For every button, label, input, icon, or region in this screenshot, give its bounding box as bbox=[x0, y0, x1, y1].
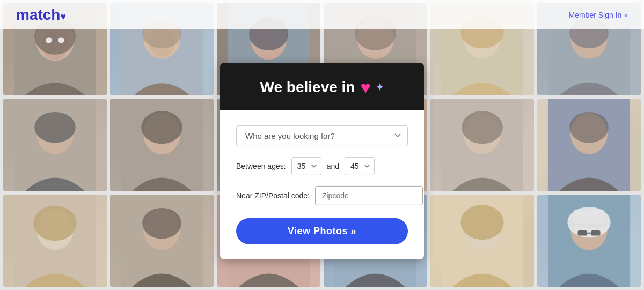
photo-cell bbox=[110, 99, 214, 191]
age-min-select[interactable]: 35 18 21 25 30 40 45 50 55 60 bbox=[291, 157, 321, 175]
banner-heart-icon: ♥ bbox=[360, 77, 370, 97]
age-label: Between ages: bbox=[236, 161, 286, 170]
svg-rect-63 bbox=[577, 230, 587, 236]
card-body: Who are you looking for? A woman A man B… bbox=[220, 110, 424, 259]
photo-cell bbox=[110, 195, 214, 287]
looking-for-select[interactable]: Who are you looking for? A woman A man bbox=[236, 125, 408, 146]
banner-text: We believe in ♥ ✦ bbox=[231, 77, 413, 97]
age-row: Between ages: 35 18 21 25 30 40 45 50 55… bbox=[236, 157, 408, 175]
age-connector: and bbox=[327, 161, 339, 170]
card-banner: We believe in ♥ ✦ bbox=[220, 62, 424, 110]
photo-cell bbox=[537, 99, 641, 191]
photo-cell bbox=[430, 99, 534, 191]
zip-label: Near ZIP/Postal code: bbox=[236, 191, 310, 199]
main-card: We believe in ♥ ✦ Who are you looking fo… bbox=[220, 62, 424, 259]
svg-point-45 bbox=[142, 208, 181, 239]
zip-input[interactable] bbox=[315, 185, 423, 205]
svg-rect-62 bbox=[574, 210, 604, 223]
svg-point-24 bbox=[34, 112, 76, 143]
header: match♥ Member Sign In » bbox=[0, 0, 644, 29]
photo-cell bbox=[3, 99, 107, 191]
logo-heart-icon: ♥ bbox=[60, 11, 66, 22]
svg-point-27 bbox=[141, 111, 182, 144]
photo-cell bbox=[537, 195, 641, 287]
banner-sparkle-icon: ✦ bbox=[376, 81, 384, 93]
banner-text-part1: We believe in bbox=[260, 79, 355, 96]
age-max-select[interactable]: 45 25 30 35 40 50 55 60 65 70 bbox=[345, 157, 375, 175]
svg-point-42 bbox=[33, 206, 76, 241]
zip-row: Near ZIP/Postal code: bbox=[236, 185, 408, 205]
member-signin-link[interactable]: Member Sign In » bbox=[569, 11, 628, 19]
svg-rect-64 bbox=[591, 230, 600, 236]
photo-cell bbox=[430, 195, 534, 287]
logo: match♥ bbox=[16, 6, 66, 24]
svg-point-36 bbox=[462, 111, 503, 144]
photo-cell bbox=[3, 195, 107, 287]
logo-text: match bbox=[16, 6, 60, 23]
svg-point-5 bbox=[58, 37, 64, 43]
svg-point-4 bbox=[46, 37, 52, 43]
svg-point-39 bbox=[569, 112, 609, 143]
svg-point-57 bbox=[460, 205, 503, 240]
view-photos-button[interactable]: View Photos » bbox=[236, 218, 408, 244]
